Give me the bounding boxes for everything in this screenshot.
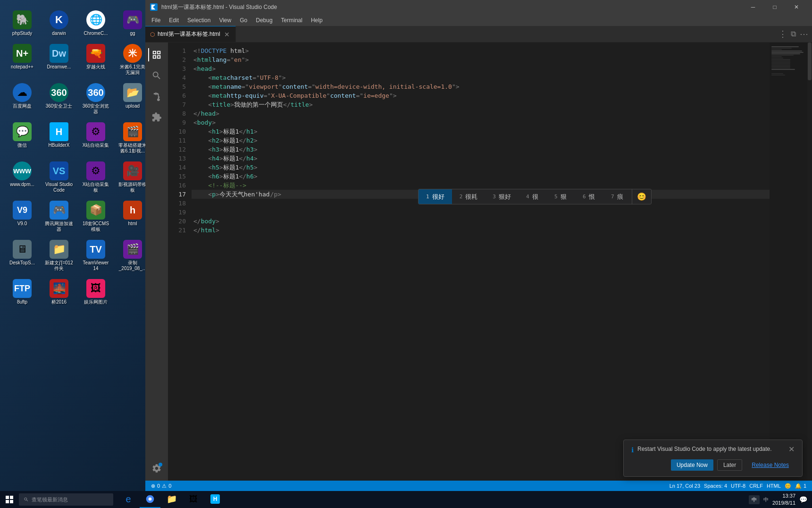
code-line-1: <!DOCTYPE html> <box>192 46 770 55</box>
menu-file[interactable]: File <box>148 16 164 25</box>
desktop-icon-newfile[interactable]: 📁 新建文j'[=012件夹 <box>42 238 75 273</box>
code-editor[interactable]: <!DOCTYPE html> <html lang="en"> <head> … <box>192 42 770 481</box>
status-right: Ln 17, Col 23 Spaces: 4 UTF-8 CRLF HTML … <box>668 481 808 491</box>
autocomplete-item-1[interactable]: 1 很好 <box>419 189 452 204</box>
activity-search[interactable] <box>148 67 165 84</box>
desktop-icon-desktop2[interactable]: 🖥 DeskTopS... <box>6 238 39 273</box>
desktop-icon-mijiu[interactable]: 🎬 零基础搭建米酱6.1影视... <box>116 120 149 156</box>
desktop-icon-tencent[interactable]: 🎮 腾讯网游加速器 <box>42 199 75 234</box>
activity-settings[interactable] <box>148 460 165 477</box>
desktop-icon-ftp[interactable]: FTP 8uftp <box>6 277 39 307</box>
open-editors-button[interactable]: ⧉ <box>791 30 796 38</box>
desktop-icon-darwin[interactable]: K darwin <box>42 8 75 38</box>
taskbar-app-hbuilder[interactable]: H <box>205 491 226 508</box>
notification-text: Restart Visual Studio Code to apply the … <box>637 446 772 452</box>
autocomplete-item-5[interactable]: 5 狠 <box>547 189 575 204</box>
status-encoding[interactable]: UTF-8 <box>729 481 747 491</box>
desktop-icon-dreamweaver[interactable]: Dw Dreamwe... <box>42 42 75 77</box>
status-feedback[interactable]: 😊 <box>783 481 793 491</box>
more-actions-button[interactable]: ⋯ <box>800 29 808 39</box>
status-language[interactable]: HTML <box>765 481 783 491</box>
status-errors[interactable]: ⊗ 0 ⚠ 0 <box>149 481 173 491</box>
menu-view[interactable]: View <box>215 16 235 25</box>
desktop-icon-qiao[interactable]: 🌉 桥2016 <box>42 277 75 307</box>
autocomplete-item-3[interactable]: 3 狠好 <box>485 189 519 204</box>
desktop-icon-18set[interactable]: 📦 18套9CCMS模板 <box>79 199 112 234</box>
taskbar-app-ie[interactable]: e <box>118 491 139 508</box>
autocomplete-item-7[interactable]: 7 痕 <box>603 189 632 204</box>
release-notes-button[interactable]: Release Notes <box>746 459 795 471</box>
desktop-icon-360browser[interactable]: 360 360安全浏览器 <box>79 81 112 117</box>
taskbar-language[interactable]: 中 <box>749 495 760 504</box>
menu-help[interactable]: Help <box>307 16 326 25</box>
status-position[interactable]: Ln 17, Col 23 <box>668 481 702 491</box>
activity-source-control[interactable] <box>148 88 165 105</box>
menu-terminal[interactable]: Terminal <box>277 16 306 25</box>
scrollbar-thumb[interactable] <box>808 42 812 80</box>
icon-label: notepad++ <box>11 64 33 70</box>
activity-extensions[interactable] <box>148 109 165 126</box>
autocomplete-item-6[interactable]: 6 恨 <box>575 189 603 204</box>
taskbar-app-files[interactable]: 📁 <box>161 491 182 508</box>
desktop-icon-360safe[interactable]: 360 360安全卫士 <box>42 81 75 117</box>
desktop-icon-mi[interactable]: 米 米酱6.1完美无漏洞 <box>116 42 149 77</box>
desktop-icon-upload[interactable]: 📂 upload <box>116 81 149 117</box>
desktop-icon-movie[interactable]: 🎥 影视源码带模板 <box>116 160 149 195</box>
tab-close-button[interactable]: ✕ <box>223 31 231 38</box>
status-notifications[interactable]: 🔔 1 <box>793 481 808 491</box>
menu-debug[interactable]: Debug <box>252 16 276 25</box>
icon-label: 影视源码带模板 <box>118 182 147 193</box>
desktop-icon-wechat[interactable]: 💬 微信 <box>6 120 39 156</box>
desktop-icon-zhandao[interactable]: ⚙ X站自动采集 <box>79 120 112 156</box>
status-bar: ⊗ 0 ⚠ 0 Ln 17, Col 23 Spaces: 4 UTF-8 CR… <box>145 481 812 491</box>
code-line-12: <h3>标题1</h3> <box>192 145 770 154</box>
desktop-icon-hbuilder[interactable]: H HBuilderX <box>42 120 75 156</box>
status-line-ending[interactable]: CRLF <box>747 481 765 491</box>
desktop-icon-chrome[interactable]: 🌐 ChromeC... <box>79 8 112 38</box>
taskbar-app-photos[interactable]: 🖼 <box>183 491 204 508</box>
taskbar-search-input[interactable] <box>32 497 109 502</box>
autocomplete-text: 狠好 <box>499 193 511 201</box>
desktop-icon-record[interactable]: 🎬 录制_2019_08_... <box>116 238 149 273</box>
later-button[interactable]: Later <box>717 459 742 471</box>
desktop-icon-baiduyun[interactable]: ☁ 百度网盘 <box>6 81 39 117</box>
desktop-icon-htmlfile[interactable]: h html <box>116 199 149 234</box>
activity-explorer[interactable] <box>148 46 165 63</box>
maximize-button[interactable]: □ <box>764 0 786 14</box>
notification-close-button[interactable]: ✕ <box>788 446 795 453</box>
desktop-icon-v9[interactable]: V9 V9.0 <box>6 199 39 234</box>
menu-go[interactable]: Go <box>236 16 251 25</box>
desktop-icon-teamviewer[interactable]: TV TeamViewer 14 <box>79 238 112 273</box>
icon-label: V9.0 <box>17 221 27 227</box>
status-spaces[interactable]: Spaces: 4 <box>702 481 729 491</box>
autocomplete-item-2[interactable]: 2 很耗 <box>452 189 486 204</box>
autocomplete-emoji-button[interactable]: 😊 <box>632 189 651 204</box>
desktop-icon-notepad[interactable]: N+ notepad++ <box>6 42 39 77</box>
active-tab[interactable]: ⬡ html第一课基本标签.html ✕ <box>145 26 236 42</box>
taskbar-app-chrome[interactable] <box>140 491 160 508</box>
icon-label: 娱乐网图片 <box>84 299 108 305</box>
desktop-icon-yule[interactable]: 🖼 娱乐网图片 <box>79 277 112 307</box>
menu-selection[interactable]: Selection <box>184 16 214 25</box>
update-now-button[interactable]: Update Now <box>671 459 713 471</box>
desktop-icon-chuanyuehuo[interactable]: 🔫 穿越火线 <box>79 42 112 77</box>
desktop-icon-phpStudy[interactable]: 🐘 phpStudy <box>6 8 39 38</box>
close-button[interactable]: ✕ <box>786 0 807 14</box>
minimize-button[interactable]: ─ <box>742 0 764 14</box>
vertical-scrollbar[interactable] <box>807 42 812 481</box>
notification-area-icon[interactable]: 💬 <box>799 496 807 503</box>
code-line-6: <meta http-equiv="X-UA-Compatible" conte… <box>192 91 770 100</box>
desktop-icon-dpm[interactable]: www www.dpm... <box>6 160 39 195</box>
editor[interactable]: 1 2 3 4 5 6 7 8 9 10 11 12 13 14 15 16 1 <box>168 42 812 481</box>
taskbar-search[interactable] <box>19 493 113 506</box>
desktop-icon-vscode[interactable]: VS Visual Studio Code <box>42 160 75 195</box>
tab-bar: ⬡ html第一课基本标签.html ✕ ⋮ ⧉ ⋯ <box>145 26 812 42</box>
desktop-icon-gg[interactable]: 🎮 gg <box>116 8 149 38</box>
desktop-icon-zhandao2[interactable]: ⚙ X站自动采集板 <box>79 160 112 195</box>
desktop-icons: 🐘 phpStudy K darwin 🌐 ChromeC... 🎮 gg N <box>0 5 145 311</box>
split-editor-button[interactable]: ⋮ <box>779 29 787 39</box>
start-button[interactable] <box>0 491 19 508</box>
autocomplete-num: 1 <box>426 194 429 200</box>
menu-edit[interactable]: Edit <box>165 16 183 25</box>
autocomplete-item-4[interactable]: 4 很 <box>519 189 547 204</box>
